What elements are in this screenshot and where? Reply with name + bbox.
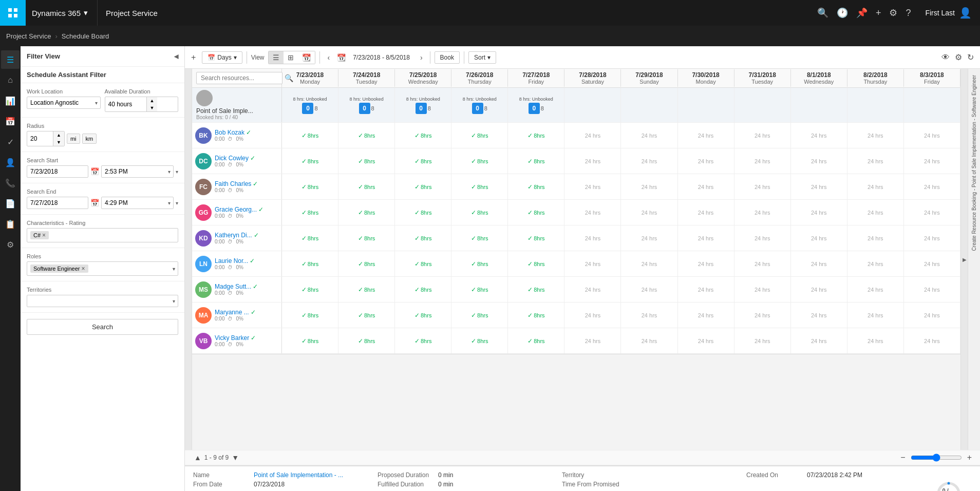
sidebar-item-docs[interactable]: 📄	[1, 194, 20, 213]
resource-day-cell-4-10[interactable]: 24 hrs	[847, 225, 904, 251]
resource-day-cell-6-0[interactable]: ✓8hrs	[282, 277, 338, 302]
horizontal-scrollbar[interactable]	[192, 354, 960, 360]
resource-day-cell-7-11[interactable]: 24 hrs	[904, 303, 960, 328]
resource-day-cell-6-10[interactable]: 24 hrs	[847, 277, 904, 302]
resource-day-cell-0-1[interactable]: ✓8hrs	[338, 123, 395, 148]
resource-day-cell-1-7[interactable]: 24 hrs	[678, 148, 734, 174]
add-nav-icon[interactable]: +	[876, 8, 881, 18]
search-nav-icon[interactable]: 🔍	[817, 7, 828, 18]
resource-day-cell-0-9[interactable]: 24 hrs	[791, 123, 847, 148]
resource-day-cell-8-8[interactable]: 24 hrs	[734, 328, 791, 353]
refresh-icon[interactable]: ↻	[967, 52, 974, 62]
resource-day-cell-7-8[interactable]: 24 hrs	[734, 303, 791, 328]
dynamics-nav[interactable]: Dynamics 365 ▾	[26, 0, 98, 26]
resource-day-cell-8-1[interactable]: ✓8hrs	[338, 328, 395, 353]
resource-day-cell-5-9[interactable]: 24 hrs	[791, 251, 847, 276]
resource-day-cell-2-3[interactable]: ✓8hrs	[451, 174, 508, 199]
resource-day-cell-2-8[interactable]: 24 hrs	[734, 174, 791, 199]
resource-day-cell-8-6[interactable]: 24 hrs	[621, 328, 677, 353]
resource-day-cell-1-5[interactable]: 24 hrs	[564, 148, 621, 174]
resource-day-cell-8-7[interactable]: 24 hrs	[678, 328, 734, 353]
zoom-slider[interactable]	[911, 454, 962, 462]
sidebar-item-phone[interactable]: 📞	[1, 174, 20, 192]
resource-day-cell-4-3[interactable]: ✓8hrs	[451, 225, 508, 251]
resource-day-cell-4-1[interactable]: ✓8hrs	[338, 225, 395, 251]
grid-view-button[interactable]: ⊞	[284, 51, 298, 64]
resource-day-cell-4-2[interactable]: ✓8hrs	[395, 225, 451, 251]
sidebar-item-hamburger[interactable]: ☰	[1, 50, 20, 69]
sidebar-item-home[interactable]: ⌂	[1, 71, 20, 89]
cal-view-button[interactable]: 📆	[298, 51, 315, 64]
resource-name-7[interactable]: Maryanne ...	[215, 309, 249, 316]
resource-day-cell-6-6[interactable]: 24 hrs	[621, 277, 677, 302]
help-nav-icon[interactable]: ?	[906, 8, 911, 18]
cal-icon[interactable]: 📆	[337, 53, 346, 62]
resource-name-1[interactable]: Dick Cowley	[215, 155, 249, 162]
resource-name-8[interactable]: Vicky Barker	[215, 334, 249, 342]
resource-day-cell-0-11[interactable]: 24 hrs	[904, 123, 960, 148]
resource-day-cell-0-7[interactable]: 24 hrs	[678, 123, 734, 148]
resource-day-cell-8-11[interactable]: 24 hrs	[904, 328, 960, 353]
resource-day-cell-1-4[interactable]: ✓8hrs	[508, 148, 564, 174]
characteristics-tag-remove[interactable]: ×	[42, 232, 46, 239]
resource-day-cell-3-4[interactable]: ✓8hrs	[508, 200, 564, 225]
resource-day-cell-6-11[interactable]: 24 hrs	[904, 277, 960, 302]
resource-day-cell-0-4[interactable]: ✓8hrs	[508, 123, 564, 148]
recent-icon[interactable]: 🕐	[837, 7, 848, 18]
spinner-up[interactable]: ▲	[147, 97, 158, 104]
resource-day-cell-5-0[interactable]: ✓8hrs	[282, 251, 338, 276]
radius-down[interactable]: ▼	[53, 139, 64, 146]
resource-day-cell-2-11[interactable]: 24 hrs	[904, 174, 960, 199]
radius-spinner[interactable]: 20 ▲ ▼	[27, 131, 65, 146]
radius-mi-button[interactable]: mi	[67, 134, 80, 144]
sidebar-item-chart[interactable]: 📊	[1, 91, 20, 110]
resource-day-cell-5-7[interactable]: 24 hrs	[678, 251, 734, 276]
resource-day-cell-8-5[interactable]: 24 hrs	[564, 328, 621, 353]
right-collapse-button[interactable]: ▶	[960, 69, 968, 450]
user-menu[interactable]: First Last 👤	[917, 7, 980, 19]
resource-day-cell-3-9[interactable]: 24 hrs	[791, 200, 847, 225]
resource-day-cell-0-5[interactable]: 24 hrs	[564, 123, 621, 148]
resource-day-cell-3-6[interactable]: 24 hrs	[621, 200, 677, 225]
resource-day-cell-5-4[interactable]: ✓8hrs	[508, 251, 564, 276]
roles-tag-remove[interactable]: ×	[82, 265, 85, 272]
resource-day-cell-7-5[interactable]: 24 hrs	[564, 303, 621, 328]
resource-day-cell-8-4[interactable]: ✓8hrs	[508, 328, 564, 353]
resource-day-cell-5-3[interactable]: ✓8hrs	[451, 251, 508, 276]
avail-duration-input[interactable]: 40 hours	[105, 99, 146, 110]
resource-day-cell-2-1[interactable]: ✓8hrs	[338, 174, 395, 199]
resource-day-cell-0-3[interactable]: ✓8hrs	[451, 123, 508, 148]
search-end-time[interactable]: 4:29 PM	[101, 197, 174, 209]
book-button[interactable]: Book	[435, 51, 460, 64]
resource-day-cell-8-9[interactable]: 24 hrs	[791, 328, 847, 353]
resource-day-cell-8-2[interactable]: ✓8hrs	[395, 328, 451, 353]
resource-day-cell-3-5[interactable]: 24 hrs	[564, 200, 621, 225]
pin-icon[interactable]: 📌	[856, 7, 868, 18]
resource-day-cell-2-7[interactable]: 24 hrs	[678, 174, 734, 199]
radius-up[interactable]: ▲	[53, 131, 64, 139]
resource-name-4[interactable]: Katheryn Di...	[215, 232, 252, 239]
breadcrumb-project-service[interactable]: Project Service	[6, 32, 51, 40]
settings-nav-icon[interactable]: ⚙	[889, 7, 897, 18]
resource-day-cell-7-3[interactable]: ✓8hrs	[451, 303, 508, 328]
resource-day-cell-7-9[interactable]: 24 hrs	[791, 303, 847, 328]
search-end-calendar-icon[interactable]: 📅	[90, 199, 99, 207]
resource-day-cell-6-3[interactable]: ✓8hrs	[451, 277, 508, 302]
sort-button[interactable]: Sort ▾	[468, 51, 496, 64]
search-start-date[interactable]: 7/23/2018	[27, 165, 88, 178]
resource-day-cell-3-0[interactable]: ✓8hrs	[282, 200, 338, 225]
resource-day-cell-2-0[interactable]: ✓8hrs	[282, 174, 338, 199]
resource-day-cell-8-10[interactable]: 24 hrs	[847, 328, 904, 353]
resource-day-cell-5-5[interactable]: 24 hrs	[564, 251, 621, 276]
resource-day-cell-6-2[interactable]: ✓8hrs	[395, 277, 451, 302]
resource-day-cell-4-0[interactable]: ✓8hrs	[282, 225, 338, 251]
resource-day-cell-3-8[interactable]: 24 hrs	[734, 200, 791, 225]
resource-day-cell-3-2[interactable]: ✓8hrs	[395, 200, 451, 225]
avail-duration-spinner[interactable]: 40 hours ▲ ▼	[105, 97, 179, 112]
prev-date-button[interactable]: ‹	[324, 52, 333, 63]
zoom-minus-button[interactable]: −	[898, 453, 907, 462]
resource-day-cell-4-5[interactable]: 24 hrs	[564, 225, 621, 251]
resource-day-cell-0-6[interactable]: 24 hrs	[621, 123, 677, 148]
sidebar-item-settings[interactable]: ⚙	[1, 235, 20, 254]
resource-day-cell-6-9[interactable]: 24 hrs	[791, 277, 847, 302]
